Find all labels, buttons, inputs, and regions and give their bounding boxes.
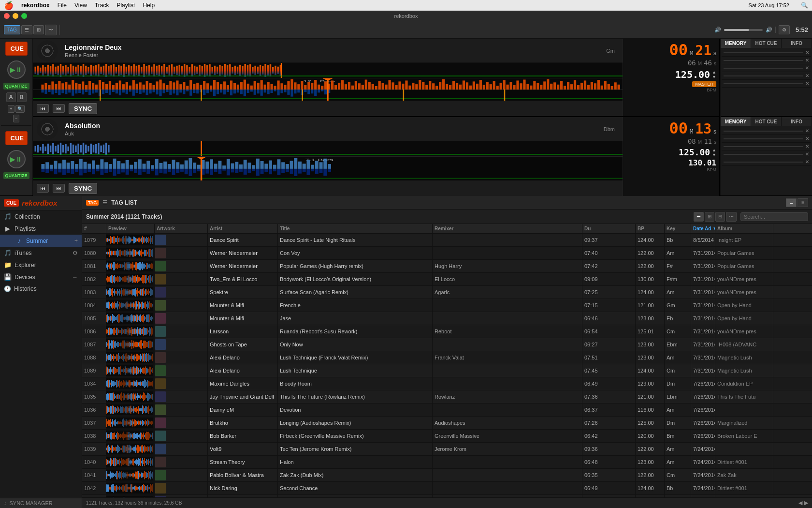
sync-manager-bar[interactable]: ↕ SYNC MANAGER (0, 498, 82, 508)
memory-tab-a[interactable]: MEMORY (721, 39, 751, 48)
deck-a-bpm-up[interactable]: ▲ (712, 70, 716, 75)
quantize-btn-b[interactable]: QUANTIZE (3, 172, 29, 179)
search-icon[interactable]: 🔍 (801, 2, 808, 9)
maximize-button[interactable] (21, 13, 27, 19)
help-menu[interactable]: Help (143, 2, 155, 9)
sidebar-item-explorer[interactable]: 📁 Explorer (0, 259, 82, 271)
table-row[interactable]: 1087 Ghosts on Tape Only Now 06:27 123.0… (82, 338, 812, 351)
play-button-a[interactable]: ▶⏸ (7, 60, 26, 79)
th-num[interactable]: # (82, 224, 106, 233)
table-row[interactable]: 1083 Spektre Surface Scan (Agaric Remix)… (82, 286, 812, 299)
scroll-left-btn[interactable]: ◀ (798, 500, 802, 506)
table-row[interactable]: 1036 Danny eM Devotion 06:37 116.00 Am 7… (82, 403, 812, 417)
deck-b-next-btn[interactable]: ⏭ (53, 184, 65, 193)
vol-slider[interactable] (724, 29, 763, 31)
table-row[interactable]: 1088 Alexi Delano Lush Technique (Franck… (82, 351, 812, 364)
playlist-col-btn[interactable]: ⊟ (715, 212, 725, 222)
playlist-wave-btn[interactable]: 〜 (726, 212, 737, 222)
deck-b-sync-btn[interactable]: SYNC (69, 183, 97, 194)
table-row[interactable]: 1081 Werner Niedermeier Popular Games (H… (82, 260, 812, 273)
table-row[interactable]: 1041 Pablo Bolivar & Mastra Zak Zak (Dub… (82, 469, 812, 482)
playlist-menu[interactable]: Playlist (116, 2, 135, 9)
apple-menu[interactable]: 🍎 (4, 1, 14, 10)
mem-slot-b-x-3[interactable]: ✕ (805, 144, 809, 149)
deck-b-bpm-down[interactable]: ▼ (712, 152, 716, 157)
sidebar-item-summer[interactable]: ♪ Summer + (0, 235, 82, 247)
track-menu[interactable]: Track (95, 2, 109, 9)
mem-slot-x-3[interactable]: ✕ (805, 65, 809, 71)
mem-slot-x-5[interactable]: ✕ (805, 81, 809, 86)
deck-b-prev-btn[interactable]: ⏮ (37, 184, 49, 193)
th-preview[interactable]: Preview (106, 224, 155, 233)
waveform-view-btn[interactable]: 〜 (45, 25, 57, 35)
cue-button-a[interactable]: CUE (5, 42, 28, 56)
table-row[interactable]: 1037 Brutkho Longing (Audioshapes Remix)… (82, 417, 812, 430)
itunes-settings-icon[interactable]: ⚙ (72, 250, 78, 256)
deck-a-next-btn[interactable]: ⏭ (53, 104, 65, 113)
table-row[interactable]: 1042 Nick Daring Second Chance 06:49 124… (82, 482, 812, 495)
mem-slot-b-x-1[interactable]: ✕ (805, 128, 809, 134)
th-artist[interactable]: Artist (208, 224, 278, 233)
zoom-btn-a[interactable]: 🔍 (15, 105, 25, 113)
mem-slot-b-x-2[interactable]: ✕ (805, 136, 809, 141)
table-row[interactable]: 1084 Mounter & Mifi Frenchie 07:15 121.0… (82, 299, 812, 312)
play-button-b[interactable]: ▶⏸ (7, 150, 26, 168)
sidebar-item-histories[interactable]: 🕐 Histories (0, 283, 82, 295)
playlist-list-btn[interactable]: ☰ (694, 212, 704, 222)
sidebar-item-playlists[interactable]: ▶ Playlists (0, 223, 82, 235)
memory-tab-b[interactable]: MEMORY (721, 117, 751, 126)
th-key[interactable]: Key (665, 224, 691, 233)
deck-a-bpm-down[interactable]: ▼ (712, 75, 716, 79)
grid-view-btn[interactable]: ⊞ (33, 25, 44, 34)
th-album[interactable]: Album (715, 224, 773, 233)
mem-slot-b-x-4[interactable]: ✕ (805, 151, 809, 157)
hotcue-tab-a[interactable]: HOT CUE (751, 39, 782, 48)
list-view-toggle[interactable]: ☰ (786, 198, 797, 207)
scroll-right-btn[interactable]: ▶ (804, 500, 808, 506)
mem-slot-x-2[interactable]: ✕ (805, 58, 809, 63)
table-row[interactable]: 1035 Jay Tripwire and Grant Dell This Is… (82, 390, 812, 403)
table-row[interactable]: 1086 Larsson Ruanda (Reboot's Susu Rewor… (82, 325, 812, 338)
th-bpm[interactable]: BP (636, 224, 665, 233)
info-tab-b[interactable]: INFO (782, 117, 812, 126)
sidebar-item-devices[interactable]: 💾 Devices → (0, 271, 82, 283)
table-row[interactable]: 1040 Stream Theory Halon 06:48 123.00 Am… (82, 456, 812, 469)
quantize-btn-a[interactable]: QUANTIZE (3, 83, 29, 90)
table-row[interactable]: 1085 Mounter & Mifi Jase 06:46 123.00 Eb… (82, 312, 812, 325)
summer-add-icon[interactable]: + (74, 238, 78, 244)
view-menu[interactable]: View (74, 2, 87, 9)
table-row[interactable]: 1038 Bob Barker Firbeck (Greenville Mass… (82, 430, 812, 443)
deck-b-bpm-up[interactable]: ▲ (712, 148, 716, 152)
tag-btn[interactable]: TAG (4, 25, 20, 34)
list-view-btn[interactable]: ☰ (21, 25, 32, 34)
grid-view-toggle[interactable]: ⊞ (798, 198, 808, 207)
deck-a-prev-btn[interactable]: ⏮ (37, 104, 49, 113)
table-row[interactable]: 1080 Werner Niedermeier Con Voy 07:40 12… (82, 247, 812, 260)
hotcue-tab-b[interactable]: HOT CUE (751, 117, 782, 126)
th-duration[interactable]: Du (582, 224, 636, 233)
settings-btn[interactable]: ⚙ (779, 25, 790, 34)
ab-btn-a[interactable]: A (6, 92, 16, 102)
table-row[interactable]: 1079 Dance Spirit Dance Spirit - Late Ni… (82, 234, 812, 247)
sidebar-item-collection[interactable]: 🎵 Collection (0, 210, 82, 223)
track-search-input[interactable] (740, 212, 808, 221)
deck-a-sync-btn[interactable]: SYNC (69, 103, 97, 114)
playlist-grid-btn[interactable]: ⊞ (705, 212, 714, 222)
info-tab-a[interactable]: INFO (782, 39, 812, 48)
ab-btn-b[interactable]: B (17, 92, 27, 102)
file-menu[interactable]: File (58, 2, 67, 9)
minus-btn-a[interactable]: − (13, 115, 19, 122)
close-button[interactable] (4, 13, 10, 19)
th-date[interactable]: Date Ad ▼ (691, 224, 715, 233)
table-row[interactable]: 1039 Volt9 Tec Ten (Jerome Krom Remix) J… (82, 443, 812, 456)
th-remixer[interactable]: Remixer (433, 224, 582, 233)
table-row[interactable]: 1034 Maxime Dangles Bloody Room 06:49 12… (82, 377, 812, 390)
app-name-menu[interactable]: rekordbox (21, 2, 50, 9)
minimize-button[interactable] (13, 13, 18, 19)
mem-slot-b-x-5[interactable]: ✕ (805, 159, 809, 164)
table-row[interactable]: 1082 Two_Em & El Locco Bodywork (El Locc… (82, 273, 812, 286)
mem-slot-x-4[interactable]: ✕ (805, 73, 809, 78)
sidebar-item-itunes[interactable]: 🎵 iTunes ⚙ (0, 247, 82, 259)
plus-btn-a[interactable]: + (8, 105, 14, 113)
table-row[interactable]: 1089 Alexi Delano Lush Technique 07:45 1… (82, 364, 812, 377)
